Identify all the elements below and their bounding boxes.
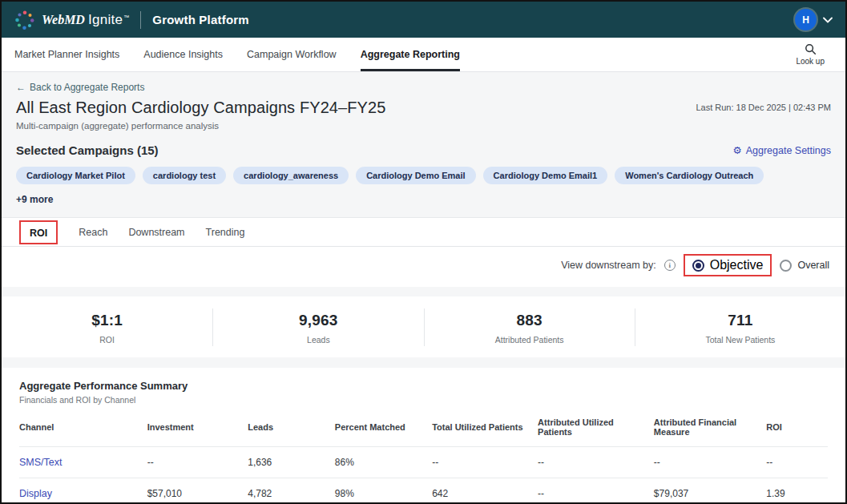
info-icon[interactable]: i — [664, 260, 676, 271]
cell-percent-matched: 86% — [335, 457, 432, 468]
metric-leads: 9,963 Leads — [212, 308, 423, 346]
radio-overall — [780, 260, 792, 272]
summary-title: Aggregate Performance Summary — [19, 380, 828, 392]
brand-trademark: ™ — [123, 14, 129, 20]
nav-aggregate-reporting[interactable]: Aggregate Reporting — [361, 38, 460, 71]
tab-roi[interactable]: ROI — [30, 228, 47, 239]
brand-webmd: WebMD — [42, 13, 85, 27]
metric-leads-label: Leads — [213, 335, 423, 345]
back-to-aggregate-reports-link[interactable]: ← Back to Aggregate Reports — [16, 82, 386, 93]
roi-tab-annotation: ROI — [19, 220, 58, 244]
cell-leads: 1,636 — [248, 457, 335, 468]
cell-total-utilized: -- — [432, 457, 538, 468]
table-header-row: Channel Investment Leads Percent Matched… — [19, 417, 828, 446]
cell-investment: $57,010 — [147, 488, 248, 499]
cell-investment: -- — [147, 457, 248, 468]
metric-leads-value: 9,963 — [213, 312, 423, 329]
lookup-button[interactable]: Look up — [788, 38, 833, 71]
nav-market-planner-insights[interactable]: Market Planner Insights — [14, 38, 119, 71]
objective-option-annotation: Objective — [684, 254, 772, 276]
page-title: All East Region Cardiology Campaigns FY2… — [16, 99, 386, 117]
back-link-label: Back to Aggregate Reports — [30, 82, 144, 93]
gear-icon: ⚙ — [732, 144, 741, 156]
brand-logo: WebMD Ignite ™ — [14, 10, 129, 30]
report-tabs-panel: ROI Reach Downstream Trending View downs… — [2, 217, 845, 287]
nav-campaign-workflow[interactable]: Campaign Workflow — [247, 38, 337, 71]
tab-reach[interactable]: Reach — [79, 227, 107, 238]
col-attributed-utilized-patients: Attributed Utilized Patients — [538, 417, 654, 437]
search-icon — [805, 43, 817, 55]
col-total-utilized-patients: Total Utilized Patients — [432, 422, 538, 432]
col-attributed-financial-measure: Attributed Financial Measure — [654, 417, 767, 437]
radio-overall-label: Overall — [797, 260, 829, 271]
view-downstream-by-control: View downstream by: i Objective Overall — [2, 247, 845, 287]
col-percent-matched: Percent Matched — [335, 422, 432, 432]
campaign-chip[interactable]: Cardiology Demo Email — [356, 167, 475, 184]
aggregate-settings-button[interactable]: ⚙ Aggregate Settings — [732, 144, 831, 156]
cell-total-utilized: 642 — [432, 488, 538, 499]
brand-name: WebMD Ignite ™ — [42, 12, 129, 28]
radio-overall-option[interactable]: Overall — [780, 260, 829, 272]
cell-roi: -- — [766, 457, 828, 468]
campaign-chips: Cardiology Market Pilot cardiology test … — [16, 167, 831, 184]
table-row: Display $57,010 4,782 98% 642 -- $79,037… — [19, 478, 828, 502]
cell-leads: 4,782 — [248, 488, 335, 499]
table-row: SMS/Text -- 1,636 86% -- -- -- -- — [19, 446, 828, 478]
summary-subtitle: Financials and ROI by Channel — [19, 395, 828, 405]
last-run-timestamp: Last Run: 18 Dec 2025 | 02:43 PM — [696, 103, 831, 131]
page-header: ← Back to Aggregate Reports All East Reg… — [2, 72, 845, 131]
campaign-chip[interactable]: cardiology_awareness — [233, 167, 349, 184]
report-tabs: ROI Reach Downstream Trending — [2, 218, 845, 247]
radio-objective-label: Objective — [710, 258, 764, 272]
metric-attributed-patients-label: Attributed Patients — [425, 335, 635, 345]
metric-roi-label: ROI — [2, 335, 212, 345]
cell-attributed-utilized: -- — [538, 488, 654, 499]
top-bar: WebMD Ignite ™ Growth Platform H — [2, 2, 845, 38]
campaign-chip[interactable]: Women's Cardiology Outreach — [615, 167, 764, 184]
aggregate-settings-label: Aggregate Settings — [746, 145, 831, 156]
header-divider — [140, 11, 141, 29]
cell-roi: 1.39 — [766, 488, 828, 499]
col-leads: Leads — [248, 422, 335, 432]
metric-total-new-patients: 711 Total New Patients — [635, 308, 845, 346]
col-roi: ROI — [766, 422, 828, 432]
aggregate-performance-summary-panel: Aggregate Performance Summary Financials… — [2, 368, 845, 502]
view-downstream-by-label: View downstream by: — [561, 260, 656, 271]
campaign-chip[interactable]: Cardiology Market Pilot — [16, 167, 135, 184]
col-investment: Investment — [147, 422, 248, 432]
cell-financial-measure: -- — [654, 457, 767, 468]
main-nav: Market Planner Insights Audience Insight… — [2, 38, 845, 72]
radio-objective[interactable] — [692, 260, 704, 272]
back-arrow-icon: ← — [16, 82, 26, 93]
cell-attributed-utilized: -- — [538, 457, 654, 468]
metric-attributed-patients-value: 883 — [425, 312, 635, 329]
metric-roi-value: $1:1 — [2, 312, 212, 329]
selected-campaigns-section: Selected Campaigns (15) ⚙ Aggregate Sett… — [2, 143, 845, 206]
selected-campaigns-heading: Selected Campaigns (15) — [16, 143, 159, 157]
channel-link-display[interactable]: Display — [19, 488, 147, 499]
chevron-down-icon[interactable] — [823, 17, 833, 23]
col-channel: Channel — [19, 422, 147, 432]
metric-attributed-patients: 883 Attributed Patients — [424, 308, 635, 346]
brand-ignite: Ignite — [88, 12, 123, 28]
tab-trending[interactable]: Trending — [206, 227, 245, 238]
product-name: Growth Platform — [152, 13, 249, 26]
user-avatar[interactable]: H — [795, 9, 817, 30]
metric-cards: $1:1 ROI 9,963 Leads 883 Attributed Pati… — [2, 296, 845, 357]
metric-total-new-patients-value: 711 — [635, 312, 845, 329]
cell-financial-measure: $79,037 — [654, 488, 767, 499]
campaign-chip[interactable]: Cardiology Demo Email1 — [483, 167, 608, 184]
metric-roi: $1:1 ROI — [2, 308, 212, 346]
nav-audience-insights[interactable]: Audience Insights — [143, 38, 223, 71]
show-more-campaigns-link[interactable]: +9 more — [16, 194, 53, 205]
page-subtitle: Multi-campaign (aggregate) performance a… — [16, 121, 386, 131]
lookup-label: Look up — [796, 57, 825, 66]
channel-link-sms-text[interactable]: SMS/Text — [19, 457, 147, 468]
tab-downstream[interactable]: Downstream — [128, 227, 184, 238]
ignite-logo-icon — [14, 10, 35, 30]
campaign-chip[interactable]: cardiology test — [143, 167, 226, 184]
cell-percent-matched: 98% — [335, 488, 432, 499]
app-window: WebMD Ignite ™ Growth Platform H Market … — [0, 0, 847, 504]
metric-total-new-patients-label: Total New Patients — [635, 335, 845, 345]
